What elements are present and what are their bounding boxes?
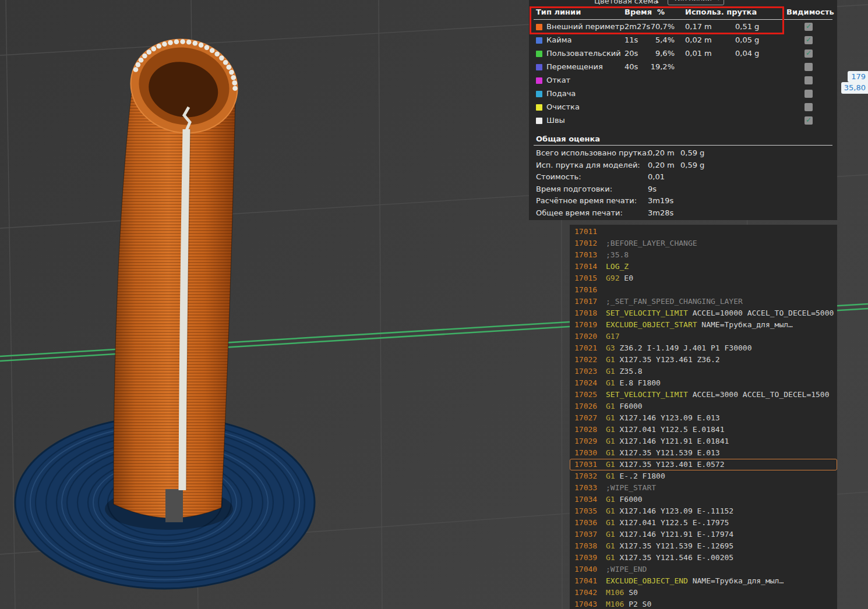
gcode-line[interactable]: 17028G1 X127.041 Y122.5 E.01841: [570, 424, 837, 435]
summary-value-2: 0,59 g: [680, 148, 704, 157]
gcode-line[interactable]: 17043M106 P2 S0: [570, 599, 837, 609]
gcode-token: Z36.2 I-1.149 J.401 P1 F30000: [615, 344, 752, 352]
gcode-line[interactable]: 17021G3 Z36.2 I-1.149 J.401 P1 F30000: [570, 342, 837, 354]
gcode-line-number: 17016: [574, 284, 598, 296]
gcode-line[interactable]: 17041EXCLUDE_OBJECT_END NAME=Трубка_для_…: [570, 575, 837, 587]
view-type-dropdown-value: Тип линий: [673, 0, 712, 2]
gcode-line[interactable]: 17026G1 F6000: [570, 401, 837, 412]
gcode-token: NAME=Трубка_для_мыл…: [688, 576, 784, 585]
gcode-line-number: 17020: [574, 331, 598, 342]
app-window: Цветовая схема ▴ Тип линий ▼ Тип линии В…: [0, 0, 868, 609]
gcode-line-number: 17038: [574, 540, 598, 552]
gcode-line[interactable]: 17020G17: [570, 331, 837, 342]
gcode-token: G1: [606, 355, 615, 364]
gcode-token: G92: [606, 274, 619, 282]
gcode-token: X127.041 Y122.5 E.01841: [615, 425, 725, 434]
gcode-token: LOG_Z: [606, 262, 629, 271]
line-type-percent: 70,7%: [642, 22, 675, 31]
gcode-line[interactable]: 17030G1 X127.35 Y121.539 E.013: [570, 447, 837, 459]
gcode-line[interactable]: 17034G1 F6000: [570, 494, 837, 505]
line-type-label: Откат: [546, 76, 570, 84]
gcode-line[interactable]: 17012;BEFORE_LAYER_CHANGE: [570, 238, 837, 249]
gcode-token: G1: [606, 472, 615, 480]
chevron-down-icon: ▼: [717, 0, 721, 1]
gcode-token: M106: [606, 600, 624, 608]
gcode-line[interactable]: 17022G1 X127.35 Y123.461 Z36.2: [570, 354, 837, 366]
gcode-line-number: 17027: [574, 412, 598, 424]
gcode-line[interactable]: 17032G1 E-.2 F1800: [570, 470, 837, 482]
gcode-line[interactable]: 17016: [570, 284, 837, 296]
collapse-icon[interactable]: ▴: [656, 0, 659, 4]
gcode-line[interactable]: 17023G1 Z35.8: [570, 366, 837, 377]
legend-row: Швы✓: [536, 114, 830, 128]
gcode-token: EXCLUDE_OBJECT_START: [606, 320, 697, 329]
gcode-line-number: 17023: [574, 366, 598, 377]
gcode-line[interactable]: 17025SET_VELOCITY_LIMIT ACCEL=3000 ACCEL…: [570, 389, 837, 401]
line-type-length: 0,17 m: [685, 22, 712, 31]
visibility-checkbox[interactable]: ✓: [805, 76, 813, 84]
gcode-token: G1: [606, 448, 615, 457]
gcode-token: G17: [606, 332, 619, 341]
header-line-type: Тип линии: [536, 8, 581, 16]
gcode-line[interactable]: 17038G1 X127.35 Y121.539 E-.12695: [570, 540, 837, 552]
gcode-line[interactable]: 17017;_SET_FAN_SPEED_CHANGING_LAYER: [570, 296, 837, 307]
gcode-line[interactable]: 17033;WIPE_START: [570, 482, 837, 494]
gcode-line[interactable]: 17019EXCLUDE_OBJECT_START NAME=Трубка_дл…: [570, 319, 837, 331]
gcode-line[interactable]: 17027G1 X127.146 Y123.09 E.013: [570, 412, 837, 424]
gcode-token: ;BEFORE_LAYER_CHANGE: [606, 239, 697, 247]
gcode-token: E.8 F1800: [615, 378, 661, 387]
gcode-line[interactable]: 17039G1 X127.35 Y121.546 E-.00205: [570, 552, 837, 564]
gcode-line[interactable]: 17024G1 E.8 F1800: [570, 377, 837, 389]
gcode-line[interactable]: 17029G1 X127.146 Y121.91 E.01841: [570, 435, 837, 447]
gcode-line[interactable]: 17014LOG_Z: [570, 261, 837, 272]
summary-label: Расчётное время печати:: [536, 196, 637, 205]
gcode-token: X127.35 Y121.539 E.013: [615, 448, 720, 457]
line-type-label: Пользовательский: [546, 49, 621, 58]
line-type-swatch: [536, 64, 542, 70]
summary-title: Общая оценка: [536, 134, 600, 143]
gcode-token: X127.146 Y121.91 E.01841: [615, 437, 729, 445]
line-type-label: Швы: [546, 116, 565, 125]
gcode-token: X127.146 Y123.09 E-.11152: [615, 507, 734, 515]
gcode-token: G1: [606, 413, 615, 422]
header-percent: %: [657, 8, 665, 16]
line-type-label: Подача: [546, 89, 576, 98]
legend-row: Очистка✓: [536, 101, 830, 114]
gcode-line-number: 17034: [574, 494, 598, 505]
visibility-checkbox[interactable]: ✓: [805, 36, 813, 44]
gcode-token: ACCEL=10000 ACCEL_TO_DECEL=5000: [688, 309, 834, 317]
gcode-line[interactable]: 17040;WIPE_END: [570, 564, 837, 575]
visibility-checkbox[interactable]: ✓: [805, 116, 813, 125]
gcode-line[interactable]: 17013;35.8: [570, 249, 837, 261]
gcode-line[interactable]: 17011: [570, 226, 837, 238]
header-divider: [534, 19, 832, 20]
visibility-checkbox[interactable]: ✓: [805, 63, 813, 71]
summary-divider: [534, 145, 832, 146]
line-type-time: 11s: [624, 36, 638, 44]
gcode-token: ACCEL=3000 ACCEL_TO_DECEL=1500: [688, 390, 830, 399]
visibility-checkbox[interactable]: ✓: [805, 90, 813, 98]
gcode-line[interactable]: 17031G1 X127.35 Y123.401 E.0572: [570, 459, 837, 470]
gcode-line[interactable]: 17018SET_VELOCITY_LIMIT ACCEL=10000 ACCE…: [570, 307, 837, 319]
gcode-line[interactable]: 17036G1 X127.041 Y122.5 E-.17975: [570, 517, 837, 529]
summary-row: Расчётное время печати:3m19s: [536, 195, 830, 207]
gcode-line-number: 17011: [574, 226, 598, 238]
gcode-line-number: 17024: [574, 377, 598, 389]
gcode-line[interactable]: 17015G92 E0: [570, 272, 837, 284]
gcode-token: E-.2 F1800: [615, 472, 665, 480]
visibility-checkbox[interactable]: ✓: [805, 23, 813, 31]
gcode-token: E0: [619, 274, 633, 282]
gcode-line-number: 17017: [574, 296, 598, 307]
gcode-token: ;35.8: [606, 250, 629, 259]
view-type-dropdown[interactable]: Тип линий ▼: [668, 0, 724, 5]
gcode-token: NAME=Трубка_для_мыл…: [697, 320, 793, 329]
visibility-checkbox[interactable]: ✓: [805, 103, 813, 111]
gcode-line[interactable]: 17037G1 X127.146 Y121.91 E-.17974: [570, 529, 837, 540]
legend-row: Кайма11s5,4%0,02 m0,05 g✓: [536, 34, 830, 47]
visibility-checkbox[interactable]: ✓: [805, 49, 813, 58]
gcode-line-number: 17015: [574, 272, 598, 284]
gcode-line[interactable]: 17042M106 S0: [570, 587, 837, 599]
gcode-line[interactable]: 17035G1 X127.146 Y123.09 E-.11152: [570, 505, 837, 517]
gcode-token: G1: [606, 378, 615, 387]
summary-label: Общее время печати:: [536, 208, 623, 217]
